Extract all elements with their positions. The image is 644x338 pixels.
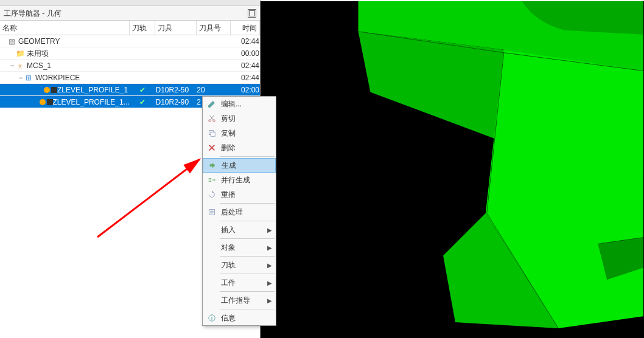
time-cell: 02:44	[231, 72, 260, 83]
menu-label: 对象	[221, 243, 267, 253]
menu-label: 复制	[221, 128, 272, 139]
menu-label: 删除	[221, 143, 272, 153]
submenu-arrow-icon: ▶	[267, 227, 272, 233]
menu-item-info[interactable]: i信息	[203, 311, 276, 325]
geom-icon: ▧	[7, 37, 16, 46]
blank-icon	[206, 295, 217, 305]
blank-icon	[206, 225, 217, 235]
submenu-arrow-icon: ▶	[267, 244, 272, 251]
tool-cell	[155, 60, 197, 71]
tree-node-label: ZLEVEL_PROFILE_1...	[53, 96, 130, 108]
toolnum-cell: 20	[197, 84, 231, 95]
op-icon	[42, 98, 51, 106]
panel-title: 工序导航器 - 几何	[4, 6, 61, 21]
tree-row[interactable]: −⚹MCS_102:44	[0, 60, 260, 72]
tree-row[interactable]: ZLEVEL_PROFILE_1✔D10R2-502002:00	[0, 84, 260, 96]
menu-separator	[220, 238, 275, 239]
track-cell	[130, 72, 156, 83]
menu-separator	[220, 309, 275, 309]
tree-node-label: 未用项	[27, 47, 49, 59]
menu-item-postproc[interactable]: 后处理	[203, 205, 276, 219]
expander-icon[interactable]: −	[9, 62, 16, 69]
submenu-arrow-icon: ▶	[267, 262, 272, 269]
op-icon	[46, 86, 55, 94]
toolnum-cell	[197, 35, 231, 47]
menu-item-edit[interactable]: 编辑...	[203, 97, 276, 111]
folder-icon: 📁	[16, 49, 24, 58]
toolnum-cell	[197, 72, 231, 83]
info-icon: i	[206, 313, 217, 323]
col-header-time[interactable]: 时间	[231, 21, 260, 35]
tree-row[interactable]: ▧GEOMETRY02:44	[0, 35, 260, 47]
workpiece-icon: ⊞	[24, 74, 33, 82]
menu-label: 工作指导	[221, 295, 267, 306]
expander-icon[interactable]: −	[17, 74, 24, 81]
menu-item-delete[interactable]: 删除	[203, 140, 276, 155]
cut-icon	[206, 114, 217, 123]
3d-viewport[interactable]	[261, 0, 644, 338]
tool-cell	[155, 47, 197, 59]
menu-item-copy[interactable]: 复制	[203, 126, 276, 140]
menu-item-generate[interactable]: 生成	[203, 158, 276, 173]
tool-cell	[155, 35, 197, 47]
checkmark-icon: ✔	[139, 96, 145, 108]
menu-item-sub[interactable]: 对象▶	[203, 240, 276, 255]
delete-icon	[206, 143, 217, 153]
col-header-track[interactable]: 刀轨	[130, 21, 155, 35]
menu-item-sub[interactable]: 工作指导▶	[203, 293, 276, 308]
tree-node-label: MCS_1	[27, 60, 51, 71]
tool-cell	[155, 72, 197, 83]
replay-icon	[206, 190, 217, 199]
track-cell	[130, 47, 156, 59]
postproc-icon	[206, 207, 217, 217]
menu-separator	[220, 274, 275, 274]
menu-label: 并行生成	[221, 175, 272, 185]
panel-maximize-icon[interactable]	[248, 9, 256, 18]
menu-item-cut[interactable]: 剪切	[203, 111, 276, 126]
col-header-name[interactable]: 名称	[0, 21, 130, 35]
menu-separator	[220, 291, 275, 292]
track-cell: ✔	[130, 84, 156, 95]
menu-separator	[220, 256, 275, 257]
menu-item-replay[interactable]: 重播	[203, 187, 276, 202]
col-header-tool[interactable]: 刀具	[155, 21, 197, 35]
generate-icon	[207, 160, 218, 170]
menu-item-sub[interactable]: 刀轨▶	[203, 258, 276, 272]
svg-rect-5	[211, 132, 215, 136]
submenu-arrow-icon: ▶	[267, 297, 272, 304]
checkmark-icon: ✔	[139, 84, 145, 95]
tree-header: 名称 刀轨 刀具 刀具号 时间	[0, 21, 260, 35]
copy-icon	[206, 128, 217, 138]
blank-icon	[206, 278, 217, 288]
track-cell	[130, 60, 156, 71]
track-cell	[130, 35, 156, 47]
submenu-arrow-icon: ▶	[267, 280, 272, 286]
track-cell: ✔	[130, 96, 156, 108]
tool-cell: D10R2-90	[155, 96, 197, 108]
menu-item-sub[interactable]: 工件▶	[203, 275, 276, 290]
col-header-toolnum[interactable]: 刀具号	[197, 21, 231, 35]
time-cell: 02:44	[231, 60, 260, 71]
menu-separator	[220, 203, 275, 204]
svg-text:i: i	[211, 314, 212, 322]
navigator-panel: 工序导航器 - 几何 名称 刀轨 刀具 刀具号 时间 ▧GEOMETRY02:4…	[0, 0, 261, 338]
tree-row[interactable]: −⊞WORKPIECE02:44	[0, 72, 260, 84]
tree-node-label: WORKPIECE	[35, 72, 80, 83]
time-cell: 02:44	[231, 35, 260, 47]
tree-row[interactable]: 📁未用项00:00	[0, 47, 260, 60]
menu-item-sub[interactable]: 插入▶	[203, 222, 276, 237]
tree-node-label: GEOMETRY	[18, 35, 60, 47]
menu-label: 后处理	[221, 207, 272, 218]
time-cell: 02:00	[231, 84, 260, 95]
expander-icon[interactable]	[9, 50, 16, 57]
toolnum-cell	[197, 47, 231, 59]
expander-icon[interactable]	[0, 38, 7, 45]
panel-titlebar: 工序导航器 - 几何	[0, 6, 260, 21]
menu-label: 生成	[222, 160, 271, 171]
menu-item-parallel[interactable]: 并行生成	[203, 173, 276, 187]
tool-cell: D10R2-50	[155, 84, 197, 95]
menu-label: 刀轨	[221, 260, 267, 271]
menu-label: 信息	[221, 313, 272, 323]
toolnum-cell	[197, 60, 231, 71]
menu-label: 编辑...	[221, 99, 272, 109]
